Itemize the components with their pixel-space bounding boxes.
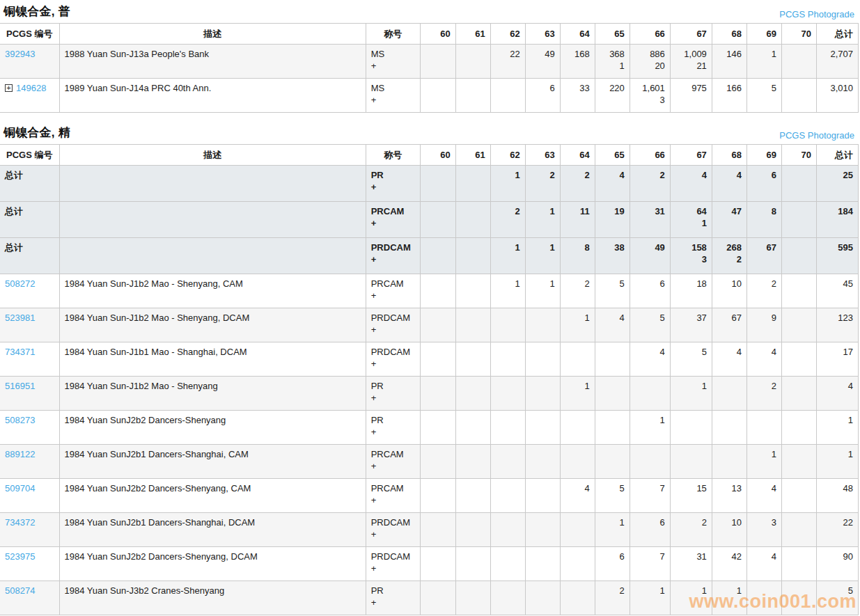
cell-value: 5 — [822, 585, 853, 597]
grade-cell: 1 — [746, 45, 781, 79]
cell-value: 268 — [717, 242, 742, 253]
description-cell: 1984 Yuan Sun-J1b2 Mao - Shenyang — [59, 377, 366, 411]
cell-plus-value — [531, 460, 555, 472]
cell-plus-value — [531, 597, 555, 608]
cell-value: 42 — [717, 551, 742, 562]
grade-cell — [420, 479, 455, 513]
cell-value: 4 — [717, 346, 742, 358]
pcgs-id-link[interactable]: 889122 — [5, 449, 35, 459]
pcgs-id-link[interactable]: 392943 — [5, 49, 35, 59]
cell-value — [461, 516, 485, 528]
grade-cell — [670, 445, 712, 479]
cell-value: 595 — [822, 242, 853, 253]
grade-cell: 1 — [630, 581, 670, 615]
population-table: PCGS 编号描述称号6061626364656667686970总计 3929… — [0, 23, 859, 113]
cell-value — [787, 414, 811, 426]
cell-plus-value: + — [371, 528, 415, 540]
cell-plus-value — [675, 290, 707, 301]
grade-cell: 3681 — [595, 45, 630, 79]
grade-cell: 2 — [595, 581, 630, 615]
cell-value: 5 — [752, 82, 776, 94]
cell-plus-value — [787, 181, 811, 193]
grade-cell: 1 — [670, 581, 712, 615]
cell-plus-value: + — [371, 562, 415, 574]
cell-value: MS — [371, 82, 415, 94]
cell-plus-value — [531, 494, 555, 506]
pcgs-id-link[interactable]: 523975 — [5, 551, 35, 562]
grade-cell: 31 — [630, 202, 670, 238]
cell-value: PRDCAM — [371, 346, 415, 358]
cell-value: 1 — [717, 585, 742, 597]
cell-plus-value — [822, 562, 853, 574]
cell-plus-value — [822, 358, 853, 370]
cell-value: 1 — [635, 414, 665, 426]
cell-plus-value — [635, 217, 665, 229]
grade-cell: 166 — [712, 79, 746, 113]
cell-value — [531, 448, 555, 460]
pcgs-id-cell: 总计 — [0, 166, 59, 202]
pcgs-id-link[interactable]: 509704 — [5, 483, 35, 493]
cell-value: PRCAM — [371, 448, 415, 460]
grade-cell — [490, 445, 525, 479]
grade-cell: 6 — [525, 79, 560, 113]
pcgs-id-link[interactable]: 508272 — [5, 278, 35, 289]
cell-plus-value — [565, 597, 590, 608]
cell-plus-value — [496, 60, 520, 72]
grade-cell: 1583 — [670, 238, 712, 274]
cell-value: 6 — [635, 516, 665, 528]
pcgs-id-link[interactable]: 734372 — [5, 517, 35, 528]
photograde-link[interactable]: PCGS Photograde — [779, 130, 854, 141]
cell-value — [461, 278, 485, 290]
description-cell: 1984 Yuan Sun-J1b1 Mao - Shanghai, DCAM — [59, 342, 366, 377]
grade-cell — [712, 445, 746, 479]
cell-value: 4 — [717, 169, 742, 181]
description-cell — [59, 166, 366, 202]
cell-plus-value — [496, 358, 520, 370]
grade-cell: 641 — [670, 202, 712, 238]
total-row-label: 总计 — [5, 242, 23, 253]
cell-value — [425, 448, 451, 460]
pcgs-id-link[interactable]: 508274 — [5, 585, 35, 596]
grade-cell: 2 — [746, 377, 781, 411]
cell-plus-value — [425, 60, 451, 72]
cell-value: 3,010 — [822, 82, 853, 94]
pcgs-id-link[interactable]: 149628 — [16, 83, 46, 93]
cell-plus-value — [635, 358, 665, 370]
pcgs-id-link[interactable]: 734371 — [5, 347, 35, 357]
cell-value: 47 — [717, 205, 742, 217]
cell-value: 15 — [675, 482, 707, 494]
cell-plus-value — [496, 528, 520, 540]
cell-value: 4 — [600, 312, 625, 324]
grade-cell: 6 — [595, 547, 630, 581]
designation-cell: PR+ — [366, 166, 420, 202]
cell-plus-value — [787, 324, 811, 335]
designation-cell: PRDCAM+ — [366, 308, 420, 342]
pcgs-id-link[interactable]: 508273 — [5, 415, 35, 425]
expand-icon[interactable]: + — [5, 84, 13, 92]
grade-cell: 2 — [490, 202, 525, 238]
cell-plus-value — [425, 494, 451, 506]
cell-value: 38 — [600, 242, 625, 253]
cell-value: 31 — [635, 205, 665, 217]
total-cell: 25 — [816, 166, 858, 202]
cell-value: 11 — [565, 205, 590, 217]
grade-cell: 1 — [746, 445, 781, 479]
cell-value — [461, 312, 485, 324]
pcgs-id-link[interactable]: 523981 — [5, 313, 35, 323]
cell-plus-value — [717, 528, 742, 540]
cell-value — [461, 482, 485, 494]
cell-plus-value — [496, 253, 520, 265]
cell-value — [461, 448, 485, 460]
cell-plus-value — [461, 494, 485, 506]
designation-cell: MS+ — [366, 45, 420, 79]
cell-plus-value — [752, 181, 776, 193]
grade-cell — [595, 445, 630, 479]
cell-plus-value — [787, 528, 811, 540]
description-cell: 1984 Yuan Sun-J1b2 Mao - Shenyang, DCAM — [59, 308, 366, 342]
grade-cell: 2682 — [712, 238, 746, 274]
photograde-link[interactable]: PCGS Photograde — [779, 9, 854, 19]
cell-plus-value — [752, 528, 776, 540]
cell-value: 90 — [822, 551, 853, 562]
grade-cell — [490, 342, 525, 377]
pcgs-id-link[interactable]: 516951 — [5, 381, 35, 391]
